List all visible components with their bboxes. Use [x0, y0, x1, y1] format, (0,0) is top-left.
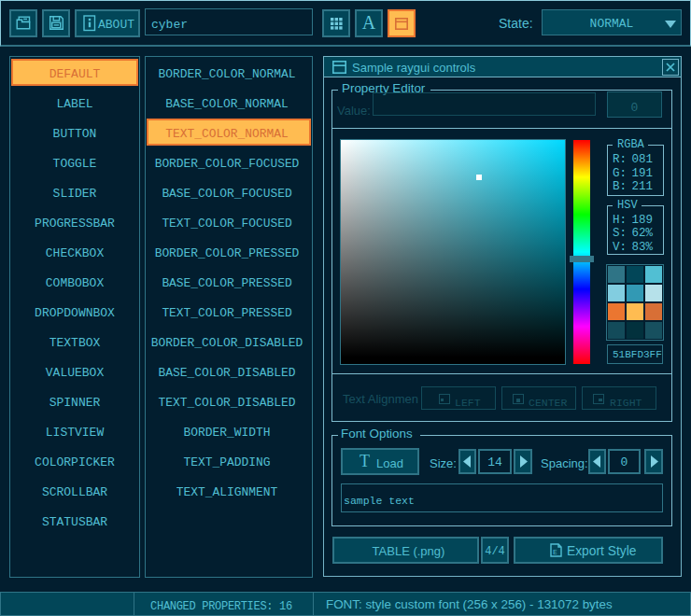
svg-text:E: E [553, 548, 557, 556]
